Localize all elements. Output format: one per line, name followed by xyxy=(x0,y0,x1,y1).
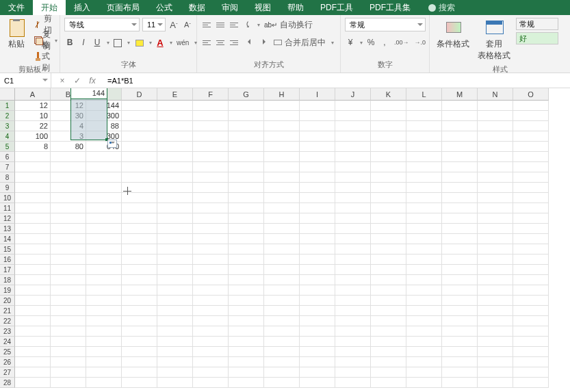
cell-N2[interactable] xyxy=(478,111,513,121)
menu-tab-pdf1[interactable]: PDF工具 xyxy=(312,0,361,15)
cell-J7[interactable] xyxy=(335,162,371,172)
cell-M19[interactable] xyxy=(442,285,478,296)
cell-O6[interactable] xyxy=(513,152,549,162)
cell-A21[interactable] xyxy=(15,306,51,316)
cells-area[interactable]: 12121441030300224881003300880640 xyxy=(15,101,570,392)
cell-G3[interactable] xyxy=(229,121,264,131)
cell-L21[interactable] xyxy=(406,306,442,316)
cell-F21[interactable] xyxy=(193,306,229,316)
cell-I23[interactable] xyxy=(300,326,335,337)
cell-B24[interactable] xyxy=(51,337,86,347)
menu-tab-help[interactable]: 帮助 xyxy=(279,0,312,15)
cell-N17[interactable] xyxy=(478,265,513,275)
cell-K22[interactable] xyxy=(371,316,406,326)
select-all-corner[interactable] xyxy=(0,88,15,101)
cell-F18[interactable] xyxy=(193,275,229,285)
cell-N6[interactable] xyxy=(478,152,513,162)
cell-E20[interactable] xyxy=(157,296,193,306)
cell-A3[interactable]: 22 xyxy=(15,121,51,131)
cell-M13[interactable] xyxy=(442,224,478,234)
decrease-font-button[interactable]: Aˇ xyxy=(182,18,193,31)
cell-O20[interactable] xyxy=(513,296,549,306)
cell-style-good[interactable]: 好 xyxy=(516,32,558,44)
cell-C8[interactable] xyxy=(86,172,122,183)
cell-I8[interactable] xyxy=(300,172,335,183)
cell-M2[interactable] xyxy=(442,111,478,121)
cell-I16[interactable] xyxy=(300,254,335,265)
cell-D22[interactable] xyxy=(122,316,157,326)
cell-F13[interactable] xyxy=(193,224,229,234)
cell-O2[interactable] xyxy=(513,111,549,121)
cell-G19[interactable] xyxy=(229,285,264,296)
cell-I17[interactable] xyxy=(300,265,335,275)
cell-L17[interactable] xyxy=(406,265,442,275)
cell-D15[interactable] xyxy=(122,244,157,254)
cell-G11[interactable] xyxy=(229,203,264,213)
percent-button[interactable]: % xyxy=(365,36,376,49)
font-size-select[interactable]: 11 xyxy=(142,18,166,31)
row-header-24[interactable]: 24 xyxy=(0,337,15,347)
cell-G20[interactable] xyxy=(229,296,264,306)
cell-B2[interactable]: 30 xyxy=(51,111,86,121)
cell-L5[interactable] xyxy=(406,142,442,152)
cell-F5[interactable] xyxy=(193,142,229,152)
cell-N5[interactable] xyxy=(478,142,513,152)
cell-C18[interactable] xyxy=(86,275,122,285)
cell-F15[interactable] xyxy=(193,244,229,254)
cell-O17[interactable] xyxy=(513,265,549,275)
cell-N24[interactable] xyxy=(478,337,513,347)
cell-C21[interactable] xyxy=(86,306,122,316)
cell-K27[interactable] xyxy=(371,367,406,378)
cell-D18[interactable] xyxy=(122,275,157,285)
cell-G21[interactable] xyxy=(229,306,264,316)
cell-M20[interactable] xyxy=(442,296,478,306)
cell-K5[interactable] xyxy=(371,142,406,152)
cell-J14[interactable] xyxy=(335,234,371,244)
cell-L1[interactable] xyxy=(406,101,442,111)
cell-I22[interactable] xyxy=(300,316,335,326)
cell-H23[interactable] xyxy=(264,326,300,337)
cell-F1[interactable] xyxy=(193,101,229,111)
cell-F9[interactable] xyxy=(193,183,229,193)
cell-N15[interactable] xyxy=(478,244,513,254)
cell-L13[interactable] xyxy=(406,224,442,234)
cell-D14[interactable] xyxy=(122,234,157,244)
cell-A12[interactable] xyxy=(15,213,51,224)
cell-H26[interactable] xyxy=(264,357,300,367)
cell-A25[interactable] xyxy=(15,347,51,357)
cell-E5[interactable] xyxy=(157,142,193,152)
cell-D23[interactable] xyxy=(122,326,157,337)
cell-N26[interactable] xyxy=(478,357,513,367)
cell-L25[interactable] xyxy=(406,347,442,357)
cell-J19[interactable] xyxy=(335,285,371,296)
cell-B13[interactable] xyxy=(51,224,86,234)
cell-H4[interactable] xyxy=(264,131,300,142)
row-header-27[interactable]: 27 xyxy=(0,367,15,378)
cell-I28[interactable] xyxy=(300,378,335,388)
row-header-9[interactable]: 9 xyxy=(0,183,15,193)
cell-A9[interactable] xyxy=(15,183,51,193)
cell-F28[interactable] xyxy=(193,378,229,388)
cell-G22[interactable] xyxy=(229,316,264,326)
cell-A20[interactable] xyxy=(15,296,51,306)
cell-C5[interactable]: 640 xyxy=(86,142,122,152)
cell-J6[interactable] xyxy=(335,152,371,162)
cell-I7[interactable] xyxy=(300,162,335,172)
cell-C10[interactable] xyxy=(86,193,122,203)
cell-N18[interactable] xyxy=(478,275,513,285)
cell-K19[interactable] xyxy=(371,285,406,296)
cell-H17[interactable] xyxy=(264,265,300,275)
cell-F2[interactable] xyxy=(193,111,229,121)
dec-decimal-button[interactable]: →.0 xyxy=(413,36,428,49)
menu-tab-view[interactable]: 视图 xyxy=(246,0,279,15)
cell-K25[interactable] xyxy=(371,347,406,357)
cell-G7[interactable] xyxy=(229,162,264,172)
search-box[interactable]: 搜索 xyxy=(423,2,461,14)
cell-L20[interactable] xyxy=(406,296,442,306)
cell-A23[interactable] xyxy=(15,326,51,337)
cell-F4[interactable] xyxy=(193,131,229,142)
cell-A19[interactable] xyxy=(15,285,51,296)
cell-K8[interactable] xyxy=(371,172,406,183)
column-header-E[interactable]: E xyxy=(157,88,193,101)
font-name-select[interactable]: 等线 xyxy=(64,18,140,31)
